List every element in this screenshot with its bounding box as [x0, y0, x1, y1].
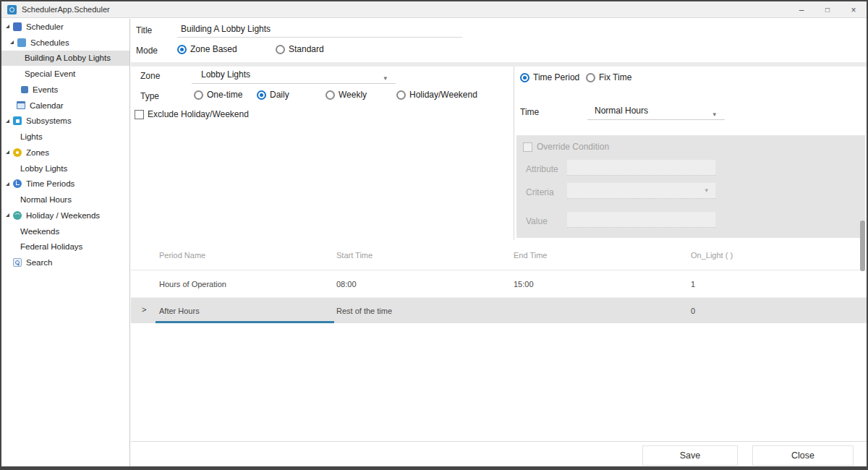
cell-on-light: 0	[691, 307, 867, 315]
sidebar-item-subsystems[interactable]: Subsystems	[1, 114, 129, 129]
expander-icon[interactable]	[6, 25, 9, 28]
radio-unselected-icon[interactable]	[194, 90, 203, 100]
radio-selected-icon[interactable]	[177, 45, 187, 54]
column-header-period-name: Period Name	[159, 251, 336, 260]
tree-label: Zones	[26, 148, 49, 157]
vertical-scrollbar-thumb[interactable]	[860, 221, 865, 271]
checkbox-label: Exclude Holiday/Weekend	[148, 109, 249, 119]
type-radio-one-time[interactable]: One-time	[194, 90, 242, 100]
tree-label: Time Periods	[26, 179, 75, 188]
sidebar-item-calendar[interactable]: Calendar	[1, 98, 129, 114]
radio-selected-icon[interactable]	[520, 73, 529, 82]
mode-radio-standard[interactable]: Standard	[276, 44, 324, 54]
type-radio-daily[interactable]: Daily	[257, 90, 289, 100]
title-label: Title	[136, 25, 152, 35]
type-radio-holiday-weekend[interactable]: Holiday/Weekend	[396, 90, 477, 100]
radio-unselected-icon[interactable]	[586, 73, 595, 82]
expander-icon[interactable]	[10, 40, 14, 44]
sidebar-item-scheduler[interactable]: Scheduler	[1, 19, 129, 35]
mode-radio-zone-based[interactable]: Zone Based	[177, 44, 237, 54]
schedule-detail-section: Zone Lobby Lights ▾ Type One-time Daily …	[131, 67, 867, 240]
schedule-header-form: Title Building A Lobby Lights Mode Zone …	[131, 19, 867, 62]
radio-label: Standard	[289, 44, 324, 54]
sidebar-item-events[interactable]: Events	[1, 82, 129, 98]
sidebar-item-lobby-lights[interactable]: Lobby Lights	[1, 161, 129, 176]
radio-unselected-icon[interactable]	[276, 45, 285, 54]
column-header-on-light: On_Light ( )	[691, 251, 867, 260]
zone-label: Zone	[140, 71, 160, 81]
expander-icon[interactable]	[6, 182, 9, 186]
time-dropdown[interactable]: Normal Hours ▾	[587, 103, 725, 120]
radio-unselected-icon[interactable]	[396, 90, 406, 100]
chevron-down-icon[interactable]: ▾	[383, 70, 387, 87]
time-dropdown-value: Normal Hours	[595, 106, 648, 116]
checkbox-unchecked-icon[interactable]	[135, 110, 144, 119]
time-settings-panel: Time Period Fix Time Time Normal Hours ▾…	[514, 67, 867, 240]
sidebar-item-federal-holidays[interactable]: Federal Holidays	[1, 239, 129, 255]
chevron-down-icon[interactable]: ▾	[712, 106, 716, 123]
zones-icon	[13, 148, 22, 157]
window-controls: – □ ×	[788, 1, 867, 18]
search-icon	[13, 258, 22, 267]
title-input[interactable]: Building A Lobby Lights	[177, 21, 462, 38]
scheduler-icon	[13, 22, 22, 31]
override-condition-checkbox[interactable]: Override Condition	[523, 142, 609, 152]
radio-label: Time Period	[533, 72, 579, 82]
subsystems-icon	[13, 116, 22, 125]
radio-label: Zone Based	[190, 44, 237, 54]
value-label: Value	[526, 216, 548, 226]
zone-dropdown[interactable]: Lobby Lights ▾	[192, 67, 396, 84]
column-header-start-time: Start Time	[336, 251, 514, 260]
minimize-button[interactable]: –	[788, 1, 814, 18]
title-bar[interactable]: SchedulerApp.Scheduler – □ ×	[1, 1, 867, 18]
tree-label: Normal Hours	[20, 195, 72, 204]
sidebar-item-zones[interactable]: Zones	[1, 145, 129, 161]
time-periods-icon	[13, 179, 22, 188]
time-mode-radio-fix-time[interactable]: Fix Time	[586, 72, 631, 82]
tree-label: Building A Lobby Lights	[25, 54, 111, 62]
tree-label: Holiday / Weekends	[26, 211, 100, 220]
expander-icon[interactable]	[6, 150, 9, 154]
override-condition-panel: Override Condition Attribute Criteria ▾ …	[516, 135, 865, 238]
cell-on-light: 1	[691, 280, 867, 289]
attribute-input	[567, 160, 715, 176]
sidebar-item-special-event[interactable]: Special Event	[1, 66, 129, 82]
expander-icon[interactable]	[6, 119, 9, 123]
sidebar-item-holiday-weekends[interactable]: Holiday / Weekends	[1, 208, 129, 223]
close-button[interactable]: Close	[752, 445, 854, 466]
cell-start-time: 08:00	[336, 280, 514, 289]
schedules-icon	[17, 38, 26, 47]
cell-period-name: Hours of Operation	[159, 280, 336, 289]
sidebar-item-weekends[interactable]: Weekends	[1, 223, 129, 239]
checkbox-unchecked-icon[interactable]	[523, 142, 532, 152]
sidebar-item-normal-hours[interactable]: Normal Hours	[1, 192, 129, 208]
exclude-holiday-weekend-checkbox[interactable]: Exclude Holiday/Weekend	[135, 109, 249, 119]
row-expand-chevron-icon[interactable]: >	[142, 305, 146, 314]
table-row[interactable]: Hours of Operation 08:00 15:00 1	[131, 270, 867, 298]
close-button[interactable]: ×	[841, 1, 867, 18]
radio-selected-icon[interactable]	[257, 90, 266, 100]
expander-icon[interactable]	[6, 213, 9, 217]
sidebar-item-time-periods[interactable]: Time Periods	[1, 176, 129, 192]
radio-label: One-time	[207, 90, 242, 100]
time-mode-radio-time-period[interactable]: Time Period	[520, 72, 579, 82]
tree-label: Schedules	[30, 38, 69, 47]
save-button[interactable]: Save	[642, 445, 738, 466]
attribute-label: Attribute	[526, 164, 558, 174]
radio-label: Daily	[270, 90, 289, 100]
value-input	[567, 212, 715, 228]
type-radio-weekly[interactable]: Weekly	[326, 90, 367, 100]
sidebar-item-building-a-lobby-lights[interactable]: Building A Lobby Lights	[1, 51, 129, 67]
desktop-background: SchedulerApp.Scheduler – □ × Scheduler S…	[0, 0, 868, 470]
table-row-selected[interactable]: > After Hours Rest of the time 0	[131, 298, 867, 323]
sidebar-item-lights[interactable]: Lights	[1, 129, 129, 145]
tree-label: Lights	[20, 132, 43, 141]
criteria-dropdown: ▾	[567, 183, 715, 199]
radio-unselected-icon[interactable]	[326, 90, 335, 100]
sidebar-item-search[interactable]: Search	[1, 255, 129, 270]
sidebar-item-schedules[interactable]: Schedules	[1, 35, 129, 51]
tree-label: Weekends	[20, 227, 59, 236]
restore-button[interactable]: □	[814, 1, 841, 18]
sidebar-tree: Scheduler Schedules Building A Lobby Lig…	[1, 19, 130, 466]
app-icon	[7, 5, 17, 14]
